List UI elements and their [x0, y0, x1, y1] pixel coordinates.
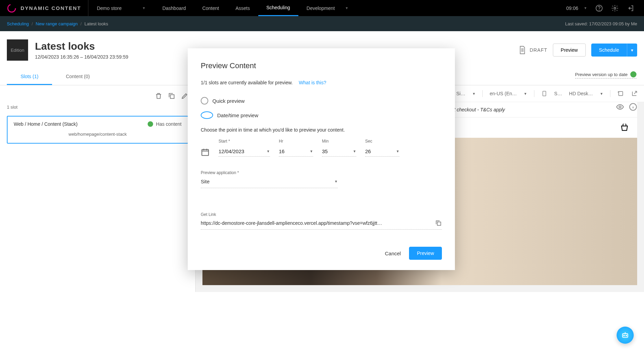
- minute-value: 35: [322, 148, 328, 154]
- hour-label: Hr: [279, 139, 313, 144]
- cancel-button[interactable]: Cancel: [385, 251, 401, 256]
- modal-subtitle: 1/1 slots are currently available for pr…: [201, 80, 442, 85]
- slots-availability: 1/1 slots are currently available for pr…: [201, 80, 293, 85]
- preview-url: https://dc-demostore-core-jlansdell-ampl…: [201, 220, 429, 226]
- datetime-instruction: Choose the point in time at which you'd …: [201, 127, 442, 133]
- get-link-field: Get Link https://dc-demostore-core-jlans…: [201, 212, 442, 230]
- minute-field[interactable]: Min 35▼: [322, 139, 356, 157]
- second-label: Sec: [365, 139, 399, 144]
- what-is-this-link[interactable]: What is this?: [299, 80, 326, 85]
- hour-value: 16: [279, 148, 285, 154]
- radio-off-icon: [201, 97, 208, 105]
- svg-rect-9: [202, 149, 209, 155]
- datetime-preview-label: Date/time preview: [217, 112, 258, 118]
- preview-application-field[interactable]: Preview application * Site▼: [201, 170, 442, 188]
- chevron-down-icon: ▼: [353, 149, 356, 153]
- chevron-down-icon: ▼: [267, 149, 270, 153]
- start-date-label: Start *: [219, 139, 270, 144]
- second-value: 26: [365, 148, 371, 154]
- datetime-preview-option[interactable]: Date/time preview: [201, 111, 442, 119]
- second-field[interactable]: Sec 26▼: [365, 139, 399, 157]
- modal-title: Preview Content: [201, 61, 442, 70]
- preview-app-label: Preview application *: [201, 170, 442, 175]
- radio-on-icon: [201, 111, 213, 119]
- svg-rect-10: [437, 222, 441, 225]
- modal-overlay: Preview Content 1/1 slots are currently …: [0, 0, 644, 354]
- hour-field[interactable]: Hr 16▼: [279, 139, 313, 157]
- quick-preview-label: Quick preview: [212, 98, 245, 104]
- start-date-field[interactable]: Start * 12/04/2023▼: [219, 139, 270, 157]
- copy-link-icon[interactable]: [435, 220, 442, 227]
- quick-preview-option[interactable]: Quick preview: [201, 97, 442, 105]
- chevron-down-icon: ▼: [396, 149, 399, 153]
- chevron-down-icon: ▼: [310, 149, 313, 153]
- get-link-label: Get Link: [201, 212, 442, 217]
- preview-content-modal: Preview Content 1/1 slots are currently …: [188, 48, 455, 270]
- start-date-value: 12/04/2023: [219, 148, 244, 154]
- modal-preview-button[interactable]: Preview: [409, 247, 442, 260]
- preview-app-value: Site: [201, 179, 210, 184]
- calendar-icon[interactable]: [201, 148, 210, 157]
- minute-label: Min: [322, 139, 356, 144]
- datetime-inputs: Start * 12/04/2023▼ Hr 16▼ Min 35▼ Sec 2…: [201, 139, 442, 157]
- chevron-down-icon: ▼: [334, 180, 338, 183]
- modal-footer: Cancel Preview: [201, 247, 442, 260]
